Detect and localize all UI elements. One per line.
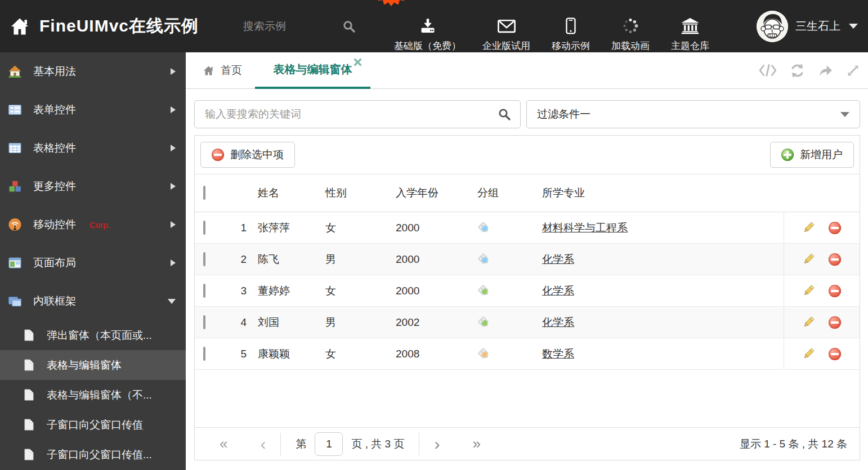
sidebar-item-grid-controls[interactable]: 表格控件 [0, 129, 186, 167]
delete-row-icon[interactable] [829, 222, 841, 234]
cell-name: 董婷婷 [253, 284, 321, 298]
corp-badge: Corp. [90, 220, 110, 230]
app-title: FineUIMvc在线示例 [39, 15, 199, 38]
major-link[interactable]: 数学系 [542, 348, 574, 360]
search-icon[interactable] [498, 108, 511, 121]
nav-theme-repo-label: 主题仓库 [671, 39, 709, 52]
sidebar-item-more-controls[interactable]: 更多控件 [0, 167, 186, 205]
row-checkbox[interactable] [203, 347, 205, 361]
row-checkbox[interactable] [203, 252, 205, 266]
chevron-right-icon [171, 68, 176, 75]
sidebar-subitem-grid-edit-window-2[interactable]: 表格与编辑窗体（不... [0, 380, 186, 410]
user-avatar [757, 11, 788, 42]
cell-gender: 女 [321, 284, 391, 298]
delete-selected-label: 删除选中项 [230, 147, 284, 162]
filter-dropdown[interactable]: 过滤条件一 [526, 100, 860, 128]
tab-grid-edit-window[interactable]: 表格与编辑窗体 [255, 52, 370, 89]
layout-icon [8, 256, 22, 270]
delete-selected-button[interactable]: 删除选中项 [200, 142, 295, 168]
search-icon[interactable] [342, 20, 356, 33]
edit-pencil-icon[interactable] [803, 285, 814, 297]
refresh-icon[interactable] [790, 63, 805, 78]
sidebar-item-label: 基本用法 [33, 64, 76, 79]
sidebar-item-basic-usage[interactable]: 基本用法 [0, 52, 186, 91]
tag-icon [477, 347, 538, 361]
keyword-search-input[interactable] [204, 108, 498, 121]
sidebar-subitem-child-to-parent-2[interactable]: 子窗口向父窗口传值... [0, 440, 186, 469]
major-link[interactable]: 材料科学与工程系 [542, 222, 628, 234]
page-suffix: 页 , 共 3 页 [351, 437, 404, 451]
edit-pencil-icon[interactable] [803, 254, 814, 265]
minus-circle-icon [212, 149, 224, 161]
nav-basic-edition[interactable]: FREE! 基础版（免费） [394, 17, 461, 52]
plus-circle-icon [781, 149, 794, 161]
sidebar-item-page-layout[interactable]: 页面布局 [0, 244, 186, 282]
cell-name: 康颖颖 [253, 347, 321, 361]
sidebar: 基本用法 表单控件 表格控件 更多控件 移动控件 Corp. 页面布局 内联框架… [0, 52, 186, 470]
chevron-right-icon [171, 259, 176, 266]
envelope-icon [497, 17, 516, 34]
delete-row-icon[interactable] [829, 253, 841, 266]
edit-pencil-icon[interactable] [803, 222, 814, 234]
row-number: 1 [230, 222, 253, 234]
tab-home-label: 首页 [221, 63, 242, 78]
delete-row-icon[interactable] [829, 348, 841, 360]
header-search-input[interactable] [242, 20, 323, 33]
chevron-right-icon [171, 221, 176, 228]
filter-dropdown-value: 过滤条件一 [537, 107, 590, 122]
tab-home[interactable]: 首页 [203, 52, 242, 88]
select-all-checkbox[interactable] [203, 186, 205, 200]
cell-name: 张萍萍 [253, 221, 321, 235]
first-page-icon[interactable]: « [220, 435, 227, 453]
edit-pencil-icon[interactable] [803, 317, 814, 328]
sidebar-subitem-label: 表格与编辑窗体（不... [47, 388, 152, 402]
delete-row-icon[interactable] [829, 285, 841, 297]
page-number-input[interactable] [315, 432, 343, 456]
nav-theme-repo[interactable]: 主题仓库 [671, 17, 709, 52]
major-link[interactable]: 化学系 [542, 316, 574, 328]
sidebar-item-label: 内联框架 [33, 294, 76, 308]
grid-panel: 删除选中项 新增用户 姓名 性别 入学年份 分组 所学专业 1 张萍萍 女 20… [194, 135, 860, 460]
file-icon [24, 389, 34, 401]
cell-name: 刘国 [253, 315, 321, 330]
row-number: 5 [230, 348, 253, 360]
add-user-button[interactable]: 新增用户 [770, 142, 854, 168]
nav-mobile-demo[interactable]: 移动示例 [552, 17, 590, 52]
username: 三生石上 [795, 19, 840, 34]
source-code-icon[interactable] [759, 64, 777, 77]
sidebar-item-form-controls[interactable]: 表单控件 [0, 91, 186, 129]
delete-row-icon[interactable] [829, 316, 841, 329]
frames-icon [8, 294, 22, 308]
row-checkbox[interactable] [203, 284, 205, 298]
sidebar-subitem-child-to-parent[interactable]: 子窗口向父窗口传值 [0, 410, 186, 440]
user-menu[interactable]: 三生石上 [757, 0, 858, 52]
user-caret-down-icon [849, 24, 858, 29]
sidebar-subitem-label: 子窗口向父窗口传值... [47, 447, 152, 462]
sidebar-subitem-grid-edit-window[interactable]: 表格与编辑窗体 [0, 350, 186, 380]
expand-icon[interactable] [846, 64, 860, 78]
major-link[interactable]: 化学系 [542, 285, 574, 297]
row-checkbox[interactable] [203, 315, 205, 329]
next-page-icon[interactable]: › [434, 438, 440, 450]
chevron-right-icon [171, 145, 176, 151]
sidebar-subitem-label: 弹出窗体（本页面或... [47, 328, 152, 343]
nav-basic-edition-label: 基础版（免费） [394, 39, 461, 52]
sidebar-item-mobile-controls[interactable]: 移动控件 Corp. [0, 205, 186, 244]
nav-loading-animation[interactable]: 加载动画 [611, 17, 650, 52]
sidebar-item-label: 表格控件 [33, 141, 76, 155]
edit-pencil-icon[interactable] [803, 348, 814, 360]
share-icon[interactable] [818, 64, 833, 77]
last-page-icon[interactable]: » [472, 435, 480, 453]
cell-year: 2002 [391, 316, 473, 329]
row-checkbox[interactable] [203, 221, 205, 235]
cell-gender: 女 [321, 347, 391, 361]
sidebar-subitem-popup-window[interactable]: 弹出窗体（本页面或... [0, 320, 186, 350]
sidebar-item-inline-frame[interactable]: 内联框架 [0, 282, 186, 320]
prev-page-icon[interactable]: ‹ [260, 438, 266, 450]
nav-enterprise-trial[interactable]: 企业版试用 [482, 17, 530, 52]
table-row: 4 刘国 男 2002 化学系 [195, 307, 860, 338]
brand[interactable]: FineUIMvc在线示例 [9, 0, 199, 52]
major-link[interactable]: 化学系 [542, 253, 574, 265]
pagination-bar: « ‹ 第 页 , 共 3 页 › » 显示 1 - 5 条 , 共 12 条 [195, 427, 860, 460]
tab-close-icon[interactable] [354, 59, 361, 66]
